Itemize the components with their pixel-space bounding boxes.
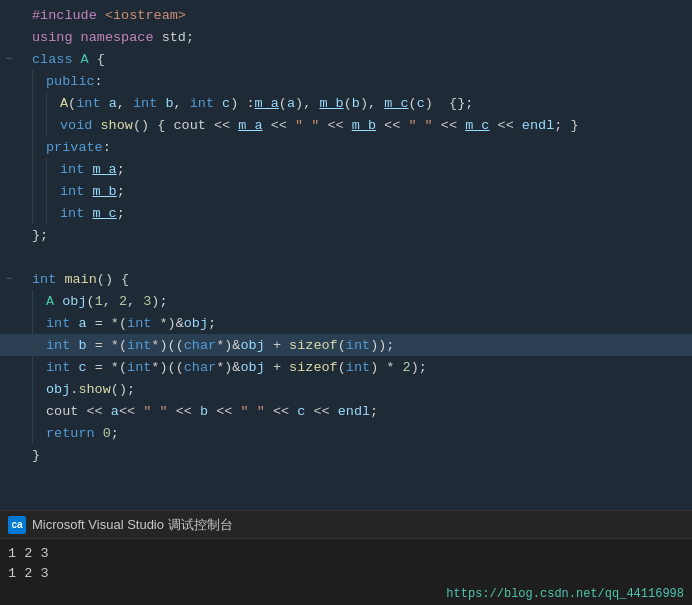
num-3: 3 <box>143 294 151 309</box>
init-a: a <box>287 96 295 111</box>
line-11: }; <box>0 224 692 246</box>
paren-5: ( <box>68 96 76 111</box>
func-main: main <box>64 272 96 287</box>
kw-namespace: namespace <box>81 30 162 45</box>
code-20: return 0; <box>32 422 119 444</box>
plus17: + <box>265 360 289 375</box>
comma5b: , <box>173 96 189 111</box>
sp16 <box>70 338 78 353</box>
fold-icon-13[interactable]: − <box>5 272 12 286</box>
code-18: obj.show(); <box>32 378 135 400</box>
line-5: A(int a, int b, int c) :m_a(a), m_b(b), … <box>0 92 692 114</box>
kw-int-16b: int <box>127 338 151 353</box>
obj-p: ( <box>87 294 95 309</box>
kw-int-5a: int <box>76 96 100 111</box>
var-b-19: b <box>200 404 208 419</box>
kw-int-sizeof-17: int <box>346 360 370 375</box>
var-c-19: c <box>297 404 305 419</box>
console-title: Microsoft Visual Studio 调试控制台 <box>32 516 233 534</box>
class-name: A <box>81 52 89 67</box>
init-ma-p: ( <box>279 96 287 111</box>
indent-7 <box>32 136 46 158</box>
fold-icon-3[interactable]: − <box>5 52 12 66</box>
indent-17 <box>32 356 46 378</box>
init-ma: m_a <box>255 96 279 111</box>
eq16: = *( <box>87 338 128 353</box>
indent-10a <box>32 202 46 224</box>
macro-include: #include <box>32 8 105 23</box>
sp5c <box>214 96 222 111</box>
line-21: } <box>0 444 692 466</box>
line-1: #include <iostream> <box>0 4 692 26</box>
sizeof-16: sizeof <box>289 338 338 353</box>
op-6a: << <box>263 118 295 133</box>
init-mb-rp: ), <box>360 96 384 111</box>
sp5b <box>157 96 165 111</box>
semi-8: ; <box>117 162 125 177</box>
func-show: show <box>101 118 133 133</box>
code-2: using namespace std; <box>32 30 194 45</box>
sizeof-p16: ( <box>338 338 346 353</box>
indent-15 <box>32 312 46 334</box>
type-A: A <box>46 294 62 309</box>
ptr16a: *)(( <box>151 338 183 353</box>
sp15 <box>70 316 78 331</box>
console-line-2: 1 2 3 <box>8 563 684 583</box>
line-17: int c = *(int*)((char*)&obj + sizeof(int… <box>0 356 692 378</box>
show-18: show <box>78 382 110 397</box>
code-15: int a = *(int *)&obj; <box>32 312 216 334</box>
num-0: 0 <box>103 426 111 441</box>
code-16: int b = *(int*)((char*)&obj + sizeof(int… <box>32 334 394 356</box>
op19a: << <box>119 404 143 419</box>
eq15: = *( <box>87 316 128 331</box>
line-16: int b = *(int*)((char*)&obj + sizeof(int… <box>0 334 692 356</box>
op19b: << <box>168 404 200 419</box>
kw-int-16: int <box>46 338 70 353</box>
obj-18: obj <box>46 382 70 397</box>
code-12 <box>32 250 40 265</box>
kw-char-17: char <box>184 360 216 375</box>
semi-20: ; <box>111 426 119 441</box>
kw-int-9: int <box>60 184 84 199</box>
eq17: = *( <box>87 360 128 375</box>
var-a-19: a <box>111 404 119 419</box>
op-6e: << <box>489 118 521 133</box>
ma-6: m_a <box>238 118 262 133</box>
ma-decl: m_a <box>92 162 116 177</box>
param-c: c <box>222 96 230 111</box>
init-mc-rp: ) {}; <box>425 96 474 111</box>
param-a: a <box>109 96 117 111</box>
op-6d: << <box>433 118 465 133</box>
str-19a: " " <box>143 404 167 419</box>
sizeof-rp17: ) * <box>370 360 402 375</box>
init-b: b <box>352 96 360 111</box>
kw-int-main: int <box>32 272 64 287</box>
init-mc-p: ( <box>409 96 417 111</box>
op19d: << <box>265 404 297 419</box>
line-19: cout << a<< " " << b << " " << c << endl… <box>0 400 692 422</box>
line-18: obj.show(); <box>0 378 692 400</box>
std: std; <box>162 30 194 45</box>
indent-5a <box>32 92 46 114</box>
line-6: void show() { cout << m_a << " " << m_b … <box>0 114 692 136</box>
sizeof-17: sizeof <box>289 360 338 375</box>
indent-9b <box>46 180 60 202</box>
code-14: A obj(1, 2, 3); <box>32 290 168 312</box>
indent-19 <box>32 400 46 422</box>
var-c: c <box>78 360 86 375</box>
code-5: A(int a, int b, int c) :m_a(a), m_b(b), … <box>32 92 473 114</box>
kw-void: void <box>60 118 101 133</box>
line-7: private: <box>0 136 692 158</box>
class-brace: { <box>89 52 105 67</box>
cout-6: cout << <box>173 118 238 133</box>
sp8 <box>84 162 92 177</box>
var-obj: obj <box>62 294 86 309</box>
line-20: return 0; <box>0 422 692 444</box>
header-name: <iostream> <box>105 8 186 23</box>
init-mb: m_b <box>319 96 343 111</box>
code-7: private: <box>32 136 111 158</box>
code-1: #include <iostream> <box>32 8 186 23</box>
dot-18: . <box>70 382 78 397</box>
op19e: << <box>305 404 337 419</box>
sp9 <box>84 184 92 199</box>
